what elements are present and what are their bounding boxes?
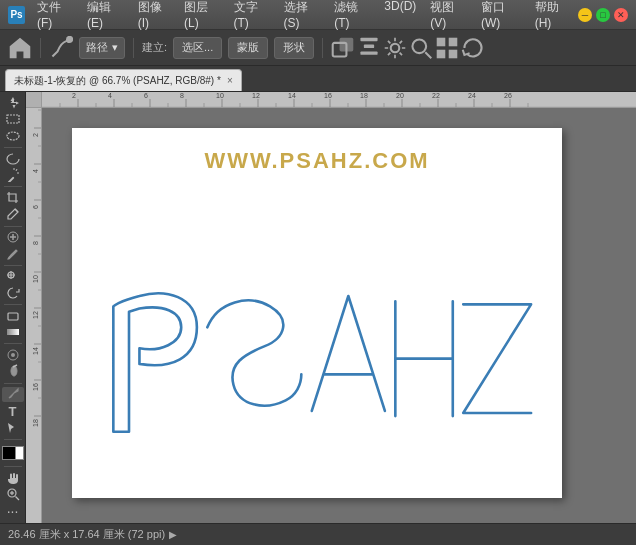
tool-separator-1 — [4, 147, 22, 148]
menu-image[interactable]: 图像(I) — [132, 0, 176, 32]
svg-line-18 — [16, 169, 17, 171]
align-icon[interactable] — [357, 36, 381, 60]
tool-text[interactable]: T — [2, 404, 24, 419]
canvas-area[interactable]: // will be drawn inline 2 4 6 8 10 — [26, 92, 636, 523]
tool-select-ellipse[interactable] — [2, 129, 24, 143]
svg-rect-10 — [449, 37, 458, 46]
close-button[interactable]: ✕ — [614, 8, 628, 22]
tool-separator-9 — [4, 466, 22, 467]
svg-text:16: 16 — [32, 383, 39, 391]
svg-text:8: 8 — [180, 92, 184, 99]
path-combine-icon[interactable] — [331, 36, 355, 60]
svg-point-14 — [7, 132, 19, 140]
svg-text:6: 6 — [32, 205, 39, 209]
title-bar-controls: ─ □ ✕ — [578, 8, 628, 22]
tool-more[interactable]: ··· — [2, 503, 24, 519]
svg-rect-2 — [340, 37, 354, 51]
svg-rect-12 — [449, 49, 458, 58]
select-btn[interactable]: 选区... — [173, 37, 222, 59]
tool-select-rect[interactable] — [2, 112, 24, 126]
canvas-content[interactable]: WWW.PSAHZ.COM — [42, 108, 636, 523]
svg-text:22: 22 — [432, 92, 440, 99]
menu-filter[interactable]: 滤镜(T) — [328, 0, 376, 32]
tool-brush[interactable] — [2, 246, 24, 260]
svg-line-19 — [15, 209, 18, 212]
svg-rect-11 — [437, 49, 446, 58]
tab-close-button[interactable]: × — [227, 75, 233, 86]
tool-history-brush[interactable] — [2, 286, 24, 300]
svg-text:12: 12 — [32, 311, 39, 319]
maximize-button[interactable]: □ — [596, 8, 610, 22]
tool-clone[interactable] — [2, 269, 24, 283]
tab-title: 未标题-1-恢复的 @ 66.7% (PSAHZ, RGB/8#) * — [14, 74, 221, 88]
options-bar: 路径 ▾ 建立: 选区... 蒙版 形状 — [0, 30, 636, 66]
svg-rect-4 — [364, 44, 374, 47]
main-layout: T ··· // will — [0, 92, 636, 523]
tool-crop[interactable] — [2, 191, 24, 205]
menu-view[interactable]: 视图(V) — [424, 0, 473, 32]
status-arrow[interactable]: ▶ — [169, 529, 177, 540]
tool-magic-wand[interactable] — [2, 168, 24, 182]
tool-dodge[interactable] — [2, 364, 24, 378]
svg-line-26 — [13, 365, 17, 367]
tool-separator-4 — [4, 265, 22, 266]
menu-3d[interactable]: 3D(D) — [378, 0, 422, 32]
ruler-corner — [26, 92, 42, 108]
menu-bar: 文件(F) 编辑(E) 图像(I) 图层(L) 文字(T) 选择(S) 滤镜(T… — [31, 0, 578, 32]
menu-layer[interactable]: 图层(L) — [178, 0, 225, 32]
menu-help[interactable]: 帮助(H) — [529, 0, 578, 32]
menu-file[interactable]: 文件(F) — [31, 0, 79, 32]
tool-eyedropper[interactable] — [2, 207, 24, 221]
pen-path-icon[interactable] — [49, 36, 73, 60]
svg-text:12: 12 — [252, 92, 260, 99]
grid-icon[interactable] — [435, 36, 459, 60]
svg-text:16: 16 — [324, 92, 332, 99]
tool-eraser[interactable] — [2, 309, 24, 323]
search-icon[interactable] — [409, 36, 433, 60]
svg-point-6 — [391, 43, 400, 52]
tool-separator-2 — [4, 186, 22, 187]
title-bar: Ps 文件(F) 编辑(E) 图像(I) 图层(L) 文字(T) 选择(S) 滤… — [0, 0, 636, 30]
color-swatches[interactable] — [2, 446, 24, 460]
svg-rect-9 — [437, 37, 446, 46]
watermark-text: WWW.PSAHZ.COM — [72, 148, 562, 174]
tool-lasso[interactable] — [2, 152, 24, 166]
svg-rect-13 — [7, 115, 19, 123]
menu-edit[interactable]: 编辑(E) — [81, 0, 130, 32]
home-icon[interactable] — [8, 36, 32, 60]
build-label: 建立: — [142, 40, 167, 55]
svg-text:8: 8 — [32, 241, 39, 245]
document-tab[interactable]: 未标题-1-恢复的 @ 66.7% (PSAHZ, RGB/8#) * × — [5, 69, 242, 91]
rotate-icon[interactable] — [461, 36, 485, 60]
path-dropdown[interactable]: 路径 ▾ — [79, 37, 125, 59]
status-bar: 26.46 厘米 x 17.64 厘米 (72 ppi) ▶ — [0, 523, 636, 545]
tool-pen[interactable] — [2, 387, 24, 401]
tool-separator-6 — [4, 343, 22, 344]
svg-text:10: 10 — [32, 275, 39, 283]
svg-point-7 — [413, 39, 427, 53]
separator-3 — [322, 38, 323, 58]
svg-text:2: 2 — [32, 133, 39, 137]
menu-window[interactable]: 窗口(W) — [475, 0, 527, 32]
tool-move[interactable] — [2, 96, 24, 110]
mask-btn[interactable]: 蒙版 — [228, 37, 268, 59]
shape-btn[interactable]: 形状 — [274, 37, 314, 59]
tab-bar: 未标题-1-恢复的 @ 66.7% (PSAHZ, RGB/8#) * × — [0, 66, 636, 92]
minimize-button[interactable]: ─ — [578, 8, 592, 22]
tool-healing[interactable] — [2, 230, 24, 244]
separator-2 — [133, 38, 134, 58]
svg-text:18: 18 — [360, 92, 368, 99]
svg-point-0 — [67, 36, 72, 41]
menu-text[interactable]: 文字(T) — [228, 0, 276, 32]
fg-color[interactable] — [2, 446, 16, 460]
tool-gradient[interactable] — [2, 325, 24, 339]
ruler-left: 2 4 6 8 10 12 14 16 18 — [26, 92, 42, 523]
svg-rect-31 — [42, 92, 636, 107]
tool-blur[interactable] — [2, 348, 24, 362]
tool-hand[interactable] — [2, 471, 24, 485]
tool-path-select[interactable] — [2, 421, 24, 435]
settings-icon[interactable] — [383, 36, 407, 60]
menu-select[interactable]: 选择(S) — [278, 0, 327, 32]
signature-area — [82, 208, 552, 478]
tool-zoom[interactable] — [2, 487, 24, 501]
